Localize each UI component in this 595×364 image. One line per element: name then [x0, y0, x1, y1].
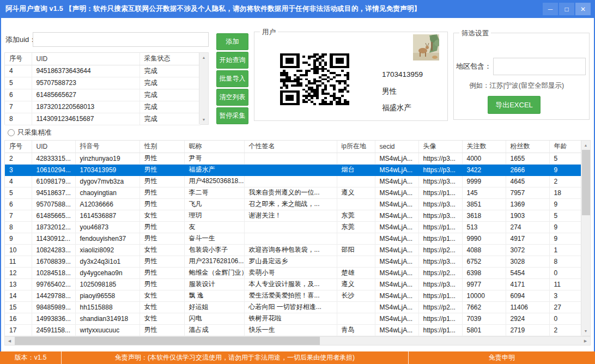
user-table-row[interactable]: 1116708839...dy3x24q3i1o1男性用户2317628106.…: [5, 256, 582, 267]
table-cell: 男性: [139, 153, 184, 164]
column-header[interactable]: 年龄: [549, 141, 582, 153]
user-table-row[interactable]: 461098179...dygov7mvb3za男性用户4825036818..…: [5, 175, 582, 187]
table-cell: https://p3...: [418, 175, 462, 187]
column-header[interactable]: 关注数: [462, 141, 506, 153]
table-cell: 3618: [462, 210, 506, 221]
table-cell: 溫占成: [184, 324, 244, 336]
user-table-row[interactable]: 1414429788...piaoyi96558女性飘 逸爱生活爱美爱拍照！喜.…: [5, 290, 582, 301]
scroll-left-icon[interactable]: ◀: [5, 336, 14, 345]
table-cell: 145: [462, 187, 506, 198]
table-cell: 18: [549, 187, 582, 198]
table-cell: 罗山县定远乡: [244, 256, 337, 267]
user-table-row[interactable]: 1614993836...shandian314918女性闪电铁树开花啦MS4w…: [5, 313, 582, 324]
table-cell: 10824283...: [32, 244, 75, 256]
batch-import-button[interactable]: 批量导入: [216, 70, 248, 87]
table-cell: 4000: [462, 153, 506, 164]
main-content: 添加uid： 序号UID采集状态 4945186373643644完成59570…: [0, 18, 595, 363]
table-cell: hh1515888: [75, 301, 139, 313]
column-header[interactable]: ip所在地: [337, 141, 375, 153]
scroll-up-icon[interactable]: ▲: [581, 141, 591, 150]
close-button[interactable]: ✕: [575, 3, 591, 15]
table-cell: 尹哥: [184, 153, 244, 164]
table-cell: MS4wLjA...: [375, 164, 418, 175]
disclaimer-button[interactable]: 免责申明: [409, 351, 595, 364]
minimize-button[interactable]: ─: [543, 3, 558, 15]
table-cell: yinzhunyao19: [75, 153, 139, 164]
column-header[interactable]: 采集状态: [139, 53, 200, 65]
user-table-row[interactable]: 310610294...1703413959男性福盛水产烟台MS4wLjA...…: [5, 164, 582, 175]
table-cell: 9: [549, 221, 582, 233]
table-cell: 11406: [506, 301, 549, 313]
scroll-right-icon[interactable]: ▶: [581, 336, 590, 345]
vertical-scroll-thumb[interactable]: [582, 150, 590, 215]
pause-collect-button[interactable]: 暂停采集: [216, 107, 248, 124]
clear-list-button[interactable]: 清空列表: [216, 89, 248, 106]
user-table-row[interactable]: 594518637...chaoyingtian男性李二哥我来自贵州遵义的一位.…: [5, 187, 582, 198]
add-uid-input[interactable]: [33, 32, 209, 47]
user-table-row[interactable]: 761485665...1614536887女性理玥谢谢关注！东莞MS4wLjA…: [5, 210, 582, 221]
uid-table-row[interactable]: 71873201220568013完成: [5, 101, 200, 113]
column-header[interactable]: UID: [32, 141, 75, 153]
user-table-row[interactable]: 1724591158...wrtyxxuucuuc男性溫占成快乐一生青岛MS4w…: [5, 324, 582, 336]
user-table-row[interactable]: 242833315...yinzhunyao19男性尹哥MS4wLjA...ht…: [5, 153, 582, 164]
uid-table-row[interactable]: 661485665627完成: [5, 89, 200, 101]
table-cell: MS4wLjA...: [375, 290, 418, 301]
scroll-down-icon[interactable]: ▼: [199, 115, 209, 124]
column-header[interactable]: 昵称: [184, 141, 244, 153]
table-cell: https://p3...: [418, 256, 462, 267]
uid-table-row[interactable]: 81143091234615687完成: [5, 113, 200, 125]
scroll-down-icon[interactable]: ▼: [581, 326, 591, 336]
uid-list-vertical-scrollbar[interactable]: ▲ ▼: [199, 53, 208, 124]
column-header[interactable]: 抖音号: [75, 141, 139, 153]
table-cell: 945186373643644: [32, 65, 139, 77]
horizontal-scroll-thumb[interactable]: [15, 337, 320, 345]
table-cell: 9: [549, 198, 582, 210]
scroll-up-icon[interactable]: ▲: [199, 53, 209, 62]
table-cell: dygov7mvb3za: [75, 175, 139, 187]
user-table-row[interactable]: 1598485989...hh1515888女性好运姐心若向阳 一切皆好相逢..…: [5, 301, 582, 313]
table-cell: 用户2317628106...: [184, 256, 244, 267]
column-header[interactable]: 序号: [5, 141, 32, 153]
table-cell: 12: [5, 267, 32, 278]
table-cell: 98485989...: [32, 301, 75, 313]
add-button[interactable]: 添加: [216, 33, 248, 50]
results-vertical-scrollbar[interactable]: ▲ ▼: [581, 141, 590, 336]
user-table-row[interactable]: 1210284518...dy4ygcehao9n男性鲍维金（金辉门业）卖萌小哥…: [5, 267, 582, 278]
user-table-row[interactable]: 695707588...A12036666男性飞凡召之即来，来之能战，...MS…: [5, 198, 582, 210]
export-excel-button[interactable]: 导出EXCEL: [488, 96, 541, 114]
table-cell: 女性: [139, 301, 184, 313]
user-table-row[interactable]: 1010824283...xiaolizi8092女性包装袋小李子欢迎咨询各种包…: [5, 244, 582, 256]
table-cell: 11430912...: [32, 233, 75, 244]
window-controls: ─ □ ✕: [543, 3, 595, 15]
table-cell: 4645: [506, 175, 549, 187]
column-header[interactable]: 个性签名: [244, 141, 337, 153]
column-header[interactable]: 粉丝数: [506, 141, 549, 153]
column-header[interactable]: 性别: [139, 141, 184, 153]
maximize-button[interactable]: □: [559, 3, 574, 15]
table-cell: 6: [5, 89, 32, 101]
column-header[interactable]: UID: [32, 53, 139, 65]
table-cell: 友: [184, 221, 244, 233]
table-cell: 9990: [462, 233, 506, 244]
column-header[interactable]: secid: [375, 141, 418, 153]
user-table-row[interactable]: 818732012...you46873男性友东莞MS4wLjA...https…: [5, 221, 582, 233]
uid-table-row[interactable]: 595707588723完成: [5, 77, 200, 89]
user-table-row[interactable]: 911430912...fendouyishen37男性奋斗一生MS4wLjA.…: [5, 233, 582, 244]
region-contains-input[interactable]: [493, 58, 586, 75]
start-query-button[interactable]: 开始查询: [216, 52, 248, 69]
user-table-row[interactable]: 1399765402...1025098185男性服装设计本人专业设计服装，及.…: [5, 278, 582, 290]
table-cell: 18732012...: [32, 221, 75, 233]
precise-collect-label: 只采集精准: [17, 128, 52, 137]
table-cell: [337, 153, 375, 164]
column-header[interactable]: 头像: [418, 141, 462, 153]
table-cell: 男性: [139, 256, 184, 267]
table-cell: 召之即来，来之能战，...: [244, 198, 337, 210]
precise-collect-radio[interactable]: 只采集精准: [8, 128, 52, 137]
region-hint-text: 例如：江苏|宁波(留空全部显示): [469, 81, 564, 90]
table-cell: fendouyishen37: [75, 233, 139, 244]
column-header[interactable]: 序号: [5, 53, 32, 65]
results-horizontal-scrollbar[interactable]: ◀ ▶: [4, 336, 591, 345]
disclaimer-text: 免责声明：(本软件仅供学习交流使用，请勿用于非法用途，一切后果由使用者承担): [62, 351, 408, 364]
uid-table-row[interactable]: 4945186373643644完成: [5, 65, 200, 77]
table-cell: 烟台: [337, 164, 375, 175]
